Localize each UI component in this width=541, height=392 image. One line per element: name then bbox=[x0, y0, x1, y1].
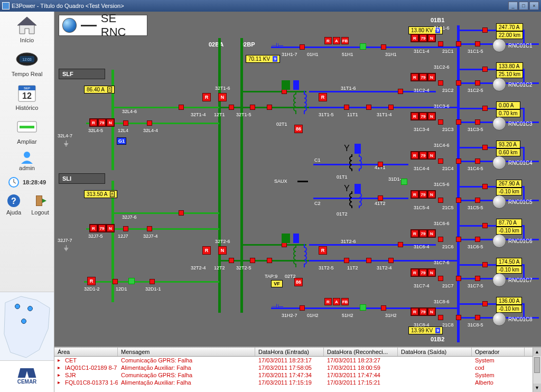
switch-12j7[interactable] bbox=[123, 226, 128, 231]
switch-21C3[interactable] bbox=[456, 119, 461, 125]
switch-32t2-5[interactable] bbox=[267, 258, 272, 263]
rfn-32j7[interactable]: R79N bbox=[89, 224, 115, 232]
switch-21C6[interactable] bbox=[456, 237, 461, 242]
breaker-31d1[interactable] bbox=[401, 179, 407, 185]
sidebar-item-logout[interactable]: Logout bbox=[29, 193, 51, 216]
rfn-RNC01C7[interactable]: R79N bbox=[411, 268, 436, 277]
meas-RNC01C5-a[interactable]: 267.90 A bbox=[496, 180, 522, 188]
col-op[interactable]: Operador bbox=[472, 348, 525, 356]
meas-RNC01C8-a[interactable]: 136.00 A bbox=[496, 297, 522, 305]
rfn-RNC01C4[interactable]: R79N bbox=[411, 151, 436, 160]
switch-31C2-4[interactable] bbox=[438, 80, 443, 86]
meas-RNC01C1-a[interactable]: 247.70 A bbox=[496, 23, 523, 31]
col-ds[interactable]: DataHora (Saída) bbox=[398, 348, 472, 356]
feeder-out-RNC01C7[interactable]: RNC01C7 bbox=[492, 273, 538, 287]
switch-31t2-6[interactable] bbox=[398, 242, 403, 247]
relay-86-t1[interactable]: 86 bbox=[294, 125, 303, 133]
relay-31t2[interactable]: R bbox=[319, 246, 327, 255]
switch-31C6-4[interactable] bbox=[438, 237, 443, 242]
switch-32t1-5[interactable] bbox=[267, 105, 272, 110]
switch-21C1[interactable] bbox=[456, 41, 461, 46]
minimize-button[interactable]: _ bbox=[508, 2, 518, 10]
switch-32j7-4[interactable] bbox=[147, 226, 152, 231]
feeder-out-RNC01C2[interactable]: RNC01C2 bbox=[492, 77, 538, 92]
switch-31C8-4[interactable] bbox=[438, 315, 443, 320]
relay-31t1[interactable]: R bbox=[319, 93, 327, 101]
single-line-diagram[interactable]: SE RNC 02BA 02BP 01B1 01B2 70.11 KV9 13.… bbox=[54, 12, 541, 347]
switch-31t1-4[interactable] bbox=[388, 105, 394, 110]
alarm-scrollbar[interactable]: ▲ ▼ bbox=[533, 348, 541, 392]
rafb-31h1[interactable]: RAFB bbox=[324, 37, 349, 44]
meas-slf-a[interactable]: 86.40 A⎍ bbox=[84, 86, 115, 94]
feeder-out-RNC01C8[interactable]: RNC01C8 bbox=[492, 312, 538, 326]
meas-RNC01C6-a[interactable]: 87.70 A bbox=[496, 219, 522, 227]
col-msg[interactable]: Mensagem bbox=[118, 348, 255, 356]
meas-RNC01C3-a[interactable]: 0.00 A bbox=[496, 101, 520, 109]
feeder-out-RNC01C5[interactable]: RNC01C5 bbox=[492, 194, 538, 209]
switch-31C1-5[interactable] bbox=[475, 41, 480, 46]
switch-31C5-5[interactable] bbox=[475, 198, 480, 203]
switch-11t1[interactable] bbox=[366, 105, 371, 110]
switch-31C5-4[interactable] bbox=[438, 198, 443, 203]
g1-indicator[interactable]: G1 bbox=[117, 137, 126, 145]
switch-21C5[interactable] bbox=[456, 198, 461, 203]
alarm-body[interactable]: ▸CETComunicação GPRS: Falha17/03/2011 18… bbox=[54, 357, 541, 392]
meas-sli-a[interactable]: 313.50 A⎍ bbox=[84, 190, 117, 198]
switch-31C4-6[interactable] bbox=[482, 145, 488, 150]
switch-31C8-5[interactable] bbox=[475, 315, 480, 320]
switch-31t1-5[interactable] bbox=[344, 105, 349, 110]
relay-32d1[interactable]: R bbox=[87, 277, 96, 285]
switch-41t2[interactable] bbox=[378, 195, 383, 201]
col-de[interactable]: DataHora (Entrada) bbox=[255, 348, 324, 356]
meas-RNC01C4-a[interactable]: 93.20 A bbox=[496, 141, 520, 148]
switch-41t1[interactable] bbox=[378, 162, 383, 167]
sidebar-item-ampliar[interactable]: Ampliar bbox=[14, 116, 40, 145]
relay-32t2-n[interactable]: N bbox=[218, 246, 227, 255]
switch-32l4-6[interactable] bbox=[179, 105, 184, 110]
overview-map[interactable] bbox=[0, 292, 54, 360]
switch-31t2-4[interactable] bbox=[388, 258, 394, 263]
close-button[interactable]: × bbox=[529, 2, 539, 10]
rfn-RNC01C5[interactable]: R79N bbox=[411, 190, 436, 199]
breaker-51h2[interactable] bbox=[360, 304, 366, 311]
switch-21C2[interactable] bbox=[456, 80, 461, 86]
rfn-RNC01C1[interactable]: R79N bbox=[411, 34, 436, 42]
switch-31C5-6[interactable] bbox=[482, 184, 488, 189]
switch-31C7-4[interactable] bbox=[438, 276, 443, 281]
switch-21C8[interactable] bbox=[456, 315, 461, 320]
relay-32t1-n[interactable]: N bbox=[218, 93, 227, 101]
rfn-RNC01C3[interactable]: R79N bbox=[411, 112, 436, 120]
rfn-32l4[interactable]: R79N bbox=[89, 118, 115, 127]
rafb-31h2[interactable]: RAFB bbox=[324, 298, 349, 305]
switch-21C4[interactable] bbox=[456, 158, 461, 164]
alarm-row[interactable]: ▸SJRComunicação GPRS: Falha17/03/2011 17… bbox=[54, 371, 541, 379]
switch-31C3-5[interactable] bbox=[475, 119, 480, 125]
meas-RNC01C2-a[interactable]: 133.80 A bbox=[496, 62, 523, 70]
switch-01h2[interactable] bbox=[300, 305, 305, 311]
switch-32t2-4[interactable] bbox=[229, 258, 234, 263]
switch-31C4-4[interactable] bbox=[438, 158, 443, 164]
switch-31C3-6[interactable] bbox=[482, 106, 488, 111]
switch-32d1-1[interactable] bbox=[150, 279, 155, 284]
switch-31h1[interactable] bbox=[381, 44, 386, 50]
switch-32d1-2[interactable] bbox=[113, 279, 118, 284]
switch-31C2-6[interactable] bbox=[482, 67, 488, 72]
meas-RNC01C7-a[interactable]: 174.50 A bbox=[496, 258, 522, 266]
feeder-out-RNC01C4[interactable]: RNC01C4 bbox=[492, 155, 538, 170]
switch-12l4[interactable] bbox=[123, 120, 128, 126]
switch-31C1-6[interactable] bbox=[482, 27, 488, 33]
maximize-button[interactable]: □ bbox=[519, 2, 528, 10]
sidebar-item-tempo-real[interactable]: 12:03 Tempo Real bbox=[12, 49, 43, 77]
switch-31C7-6[interactable] bbox=[482, 262, 488, 267]
switch-31C8-6[interactable] bbox=[482, 301, 488, 306]
feeder-out-RNC01C3[interactable]: RNC01C3 bbox=[492, 116, 538, 131]
switch-31C2-5[interactable] bbox=[475, 80, 480, 86]
sidebar-item-historico[interactable]: SEP12 Histórico bbox=[14, 82, 40, 111]
sidebar-item-inicio[interactable]: Início bbox=[14, 15, 40, 43]
alarm-row[interactable]: ▸FQL01C8-01373 1-6Alimentação Auxiliar: … bbox=[54, 379, 541, 386]
meas-01b2-kv[interactable]: 13.99 KV9 bbox=[408, 326, 443, 334]
relay-86-t2[interactable]: 86 bbox=[294, 278, 303, 286]
switch-31h2[interactable] bbox=[381, 305, 386, 311]
switch-01h1[interactable] bbox=[300, 44, 305, 50]
rfn-RNC01C2[interactable]: R79N bbox=[411, 73, 436, 81]
